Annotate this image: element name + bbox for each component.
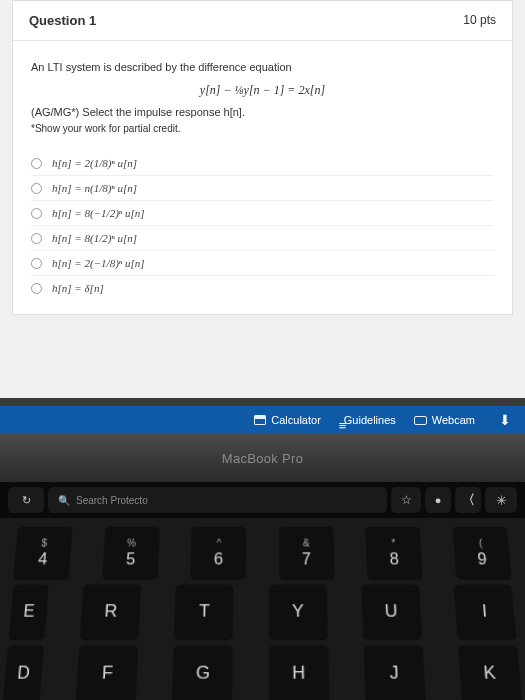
webcam-button[interactable]: Webcam — [414, 414, 475, 426]
calculator-button[interactable]: Calculator — [254, 414, 321, 426]
brightness-button[interactable]: ✳ — [485, 487, 517, 513]
radio-icon[interactable] — [31, 258, 42, 269]
key-main: H — [292, 662, 305, 684]
qwerty-row: E R T Y U I — [0, 582, 525, 642]
key-f[interactable]: F — [76, 645, 139, 700]
key-y[interactable]: Y — [269, 585, 328, 639]
key-main: K — [483, 662, 497, 684]
key-main: U — [384, 601, 398, 622]
option-row[interactable]: h[n] = 8(1/2)ⁿ u[n] — [31, 226, 494, 251]
key-5[interactable]: %5 — [102, 527, 159, 579]
chevron-left-icon: 〈 — [462, 491, 475, 509]
option-label: h[n] = 8(1/2)ⁿ u[n] — [52, 232, 137, 244]
key-symbol: $ — [41, 537, 48, 548]
radio-icon[interactable] — [31, 183, 42, 194]
key-k[interactable]: K — [458, 645, 522, 700]
number-row: $4 %5 ^6 &7 *8 (9 — [0, 524, 525, 582]
options-list: h[n] = 2(1/8)ⁿ u[n] h[n] = n(1/8)ⁿ u[n] … — [13, 147, 512, 314]
option-row[interactable]: h[n] = 8(−1/2)ⁿ u[n] — [31, 201, 494, 226]
calculator-icon — [254, 415, 266, 425]
question-body: An LTI system is described by the differ… — [13, 41, 512, 147]
key-t[interactable]: T — [174, 585, 233, 639]
option-label: h[n] = δ[n] — [52, 282, 104, 294]
refresh-button[interactable]: ↻ — [8, 487, 44, 513]
refresh-icon: ↻ — [22, 494, 31, 507]
key-e[interactable]: E — [9, 585, 49, 639]
keyboard: $4 %5 ^6 &7 *8 (9 E R T Y U I D F G H J … — [0, 518, 525, 700]
option-label: h[n] = 8(−1/2)ⁿ u[n] — [52, 207, 145, 219]
exam-toolbar: Calculator Guidelines Webcam ⬇ — [0, 406, 525, 434]
radio-icon[interactable] — [31, 158, 42, 169]
webcam-label: Webcam — [432, 414, 475, 426]
option-label: h[n] = 2(1/8)ⁿ u[n] — [52, 157, 137, 169]
option-label: h[n] = 2(−1/8)ⁿ u[n] — [52, 257, 145, 269]
key-symbol: % — [127, 537, 137, 548]
key-j[interactable]: J — [363, 645, 425, 700]
key-7[interactable]: &7 — [279, 527, 335, 579]
record-button[interactable]: ● — [425, 487, 451, 513]
back-button[interactable]: 〈 — [455, 487, 481, 513]
key-main: Y — [292, 601, 304, 622]
key-main: 7 — [302, 550, 311, 568]
key-6[interactable]: ^6 — [191, 527, 247, 579]
key-8[interactable]: *8 — [366, 527, 423, 579]
guidelines-label: Guidelines — [344, 414, 396, 426]
download-icon[interactable]: ⬇ — [499, 412, 511, 428]
key-i[interactable]: I — [454, 585, 516, 639]
question-title: Question 1 — [29, 13, 96, 28]
key-main: J — [389, 662, 399, 684]
radio-icon[interactable] — [31, 208, 42, 219]
prompt-intro: An LTI system is described by the differ… — [31, 59, 494, 77]
option-row[interactable]: h[n] = δ[n] — [31, 276, 494, 300]
key-main: 9 — [477, 550, 488, 568]
option-row[interactable]: h[n] = n(1/8)ⁿ u[n] — [31, 176, 494, 201]
question-points: 10 pts — [463, 13, 496, 28]
search-placeholder: Search Protecto — [76, 495, 148, 506]
search-field[interactable]: 🔍 Search Protecto — [48, 487, 387, 513]
touch-bar: ↻ 🔍 Search Protecto ☆ ● 〈 ✳ — [0, 482, 525, 518]
calculator-label: Calculator — [271, 414, 321, 426]
option-label: h[n] = n(1/8)ⁿ u[n] — [52, 182, 137, 194]
radio-icon[interactable] — [31, 233, 42, 244]
key-main: R — [104, 601, 118, 622]
asdf-row: D F G H J K — [0, 642, 525, 700]
brightness-icon: ✳ — [496, 493, 507, 508]
star-icon: ☆ — [401, 493, 412, 507]
key-main: 8 — [389, 550, 399, 568]
key-main: 4 — [38, 550, 49, 568]
favorite-button[interactable]: ☆ — [391, 487, 421, 513]
key-u[interactable]: U — [361, 585, 422, 639]
key-symbol: ( — [479, 537, 483, 548]
prompt-credit: *Show your work for partial credit. — [31, 121, 494, 137]
key-main: E — [23, 602, 36, 621]
key-main: 5 — [126, 550, 136, 568]
key-d[interactable]: D — [3, 645, 44, 700]
dot-icon: ● — [435, 494, 442, 506]
radio-icon[interactable] — [31, 283, 42, 294]
question-header: Question 1 10 pts — [13, 1, 512, 41]
guidelines-button[interactable]: Guidelines — [339, 414, 396, 426]
key-main: D — [17, 663, 31, 683]
question-card: Question 1 10 pts An LTI system is descr… — [12, 0, 513, 315]
webcam-icon — [414, 416, 427, 425]
bezel-label: MacBook Pro — [222, 451, 303, 466]
quiz-panel: Question 1 10 pts An LTI system is descr… — [0, 0, 525, 398]
key-main: 6 — [214, 550, 223, 568]
key-symbol: * — [391, 537, 395, 548]
difference-equation: y[n] − ⅛y[n − 1] = 2x[n] — [31, 77, 494, 104]
laptop-bezel: MacBook Pro — [0, 434, 525, 482]
key-g[interactable]: G — [172, 645, 233, 700]
key-r[interactable]: R — [80, 585, 141, 639]
key-h[interactable]: H — [269, 645, 329, 700]
key-main: I — [481, 601, 488, 622]
search-icon: 🔍 — [58, 495, 70, 506]
key-symbol: & — [303, 537, 310, 548]
key-main: F — [101, 662, 113, 684]
option-row[interactable]: h[n] = 2(−1/8)ⁿ u[n] — [31, 251, 494, 276]
key-9[interactable]: (9 — [452, 527, 511, 579]
key-symbol: ^ — [216, 537, 221, 548]
option-row[interactable]: h[n] = 2(1/8)ⁿ u[n] — [31, 151, 494, 176]
key-main: T — [199, 601, 210, 622]
key-main: G — [196, 662, 210, 684]
key-4[interactable]: $4 — [14, 527, 73, 579]
